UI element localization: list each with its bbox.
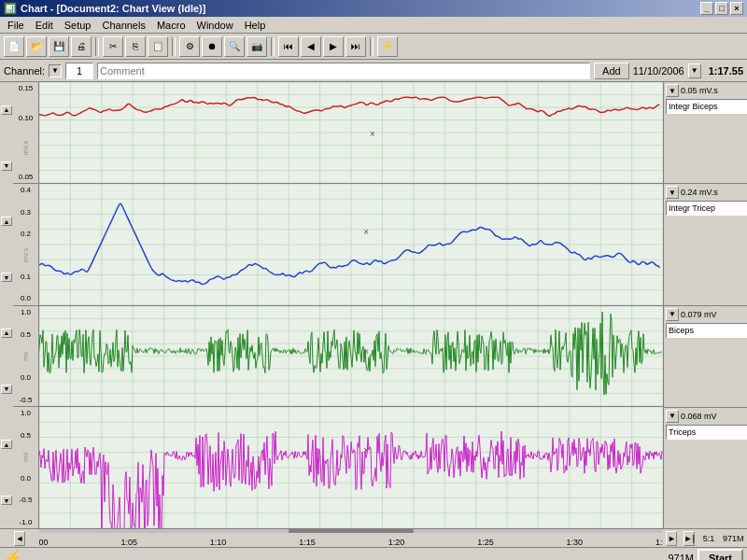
minimize-button[interactable]: _ [700,2,713,15]
timeline-right: ► ►| 5:1 971M [663,531,747,546]
ch3-name-box: ▼ [666,323,745,338]
chart-status-icon: ⚡ [4,549,22,560]
channel-strip-1: 0.15 0.10 mV.s 0.05 [13,82,663,184]
menu-macro[interactable]: Macro [151,19,191,32]
scroll-down-2[interactable]: ▼ [1,273,12,282]
timeline-main[interactable] [39,529,663,547]
ch4-scale: 0.068 mV [681,412,717,421]
channel-label: Channel: [4,65,45,77]
camera-button[interactable]: 📷 [247,36,267,57]
close-button[interactable]: × [730,2,743,15]
chart-canvas-1[interactable] [39,82,663,183]
ch2-name-box: ▼ [666,201,745,216]
ch4-name-input[interactable] [666,425,747,440]
ch2-name-input[interactable] [666,201,747,216]
scroll-down-4[interactable]: ▼ [1,496,12,505]
ch2-scale-row: ▼ 0.24 mV.s [666,186,745,199]
y-axis-2: 0.4 0.3 0.2 mV.s 0.1 0.0 [13,184,39,305]
ch2-scale: 0.24 mV.s [681,188,718,197]
ch4-scale-dropdown[interactable]: ▼ [666,410,679,423]
new-button[interactable]: 📄 [4,36,24,57]
menu-help[interactable]: Help [239,19,272,32]
scroll-up-2[interactable]: ▲ [1,217,12,226]
menu-edit[interactable]: Edit [30,19,59,32]
ch4-name-box: ▼ [666,425,745,440]
channel-strip-2: 0.4 0.3 0.2 mV.s 0.1 0.0 [13,184,663,306]
ch1-name-input[interactable] [666,99,747,114]
channel-dropdown-btn[interactable]: ▼ [49,64,62,77]
copy-button[interactable]: ⎘ [125,36,146,57]
channel-strip-3: 1.0 0.5 mV 0.0 -0.5 [13,306,663,408]
title-bar: 📊 Chart - [Document2: Chart View (Idle)]… [0,0,747,17]
scroll-up-3[interactable]: ▲ [1,329,12,338]
ch1-name-box: ▼ [666,99,745,114]
separator-3 [271,37,275,56]
memory-display: 971M [723,534,744,543]
chart-left-panel: ▲ ▼ ▲ ▼ ▲ ▼ ▲ ▼ [0,82,13,528]
status-bar: ⚡ 971M Start [0,547,747,560]
prev-button[interactable]: ⏮ [278,36,299,57]
timeline-fast-forward[interactable]: ►| [684,531,695,546]
ch3-scale: 0.079 mV [681,310,717,319]
channel-strip-4: 1.0 0.5 mV 0.0 -0.5 -1.0 [13,407,663,528]
paste-button[interactable]: 📋 [148,36,168,57]
print-button[interactable]: 🖨 [71,36,92,57]
separator-1 [95,37,99,56]
separator-2 [172,37,176,56]
menu-setup[interactable]: Setup [59,19,97,32]
scroll-down-1[interactable]: ▼ [1,161,12,171]
start-recording-button[interactable]: Start [698,549,743,561]
maximize-button[interactable]: □ [715,2,728,15]
timeline-bar: ◄ ► ►| 5:1 971M [0,528,747,547]
y-axis-3: 1.0 0.5 mV 0.0 -0.5 [13,306,39,407]
ch1-scale-dropdown[interactable]: ▼ [666,84,679,97]
scroll-right-button[interactable]: ▶ [323,36,344,57]
add-comment-button[interactable]: Add [594,63,629,79]
channel-number-input[interactable] [65,63,93,79]
cut-button[interactable]: ✂ [103,36,123,57]
timeline-left: ◄ [0,531,39,546]
app-icon: 📊 [4,2,17,15]
scroll-left-button[interactable]: ◀ [301,36,321,57]
chart-canvas-2[interactable] [39,184,663,305]
ch3-scale-dropdown[interactable]: ▼ [666,308,679,321]
channel-bar: Channel: ▼ Add 11/10/2006 ▼ 1:17.55 [0,60,747,82]
zoom-button[interactable]: 🔍 [224,36,245,57]
title-bar-buttons: _ □ × [700,2,743,15]
chart-canvas-3[interactable] [39,306,663,407]
open-button[interactable]: 📂 [26,36,47,57]
chart-main: 0.15 0.10 mV.s 0.05 0.4 0.3 0.2 mV.s 0.1… [13,82,663,528]
scroll-up-4[interactable]: ▲ [1,440,12,449]
menu-bar: File Edit Setup Channels Macro Window He… [0,17,747,34]
extra-button[interactable]: ⚡ [377,36,398,57]
right-ch4-info: ▼ 0.068 mV ▼ [664,408,747,528]
separator-4 [370,37,374,56]
status-right: 971M Start [668,549,743,561]
chart-canvas-4[interactable] [39,407,663,528]
y-axis-4: 1.0 0.5 mV 0.0 -0.5 -1.0 [13,407,39,528]
ch3-name-input[interactable] [666,323,747,338]
comment-input[interactable] [97,63,590,79]
memory-status: 971M [668,553,694,561]
menu-window[interactable]: Window [191,19,239,32]
next-button[interactable]: ⏭ [345,36,366,57]
save-button[interactable]: 💾 [49,36,69,57]
y-axis-1: 0.15 0.10 mV.s 0.05 [13,82,39,183]
chart-container: ▲ ▼ ▲ ▼ ▲ ▼ ▲ ▼ 0.15 0.10 mV.s 0.05 [0,82,747,528]
menu-file[interactable]: File [2,19,30,32]
ch2-scale-dropdown[interactable]: ▼ [666,186,679,199]
timeline-scroll-right[interactable]: ► [666,531,677,546]
menu-channels[interactable]: Channels [96,19,150,32]
toolbar: 📄 📂 💾 🖨 ✂ ⎘ 📋 ⚙ ⏺ 🔍 📷 ⏮ ◀ ▶ ⏭ ⚡ [0,34,747,60]
time-display: 1:17.55 [705,65,743,77]
timeline-scroll-left[interactable]: ◄ [14,531,25,546]
scroll-up-1[interactable]: ▲ [1,105,12,115]
settings-button[interactable]: ⚙ [179,36,200,57]
scroll-down-3[interactable]: ▼ [1,385,12,394]
right-ch1-info: ▼ 0.05 mV.s ▼ [664,82,747,184]
ch1-scale-row: ▼ 0.05 mV.s [666,84,745,97]
right-ch3-info: ▼ 0.079 mV ▼ [664,306,747,408]
record-button[interactable]: ⏺ [202,36,222,57]
date-dropdown-btn[interactable]: ▼ [688,63,701,78]
ch1-scale: 0.05 mV.s [681,86,718,95]
